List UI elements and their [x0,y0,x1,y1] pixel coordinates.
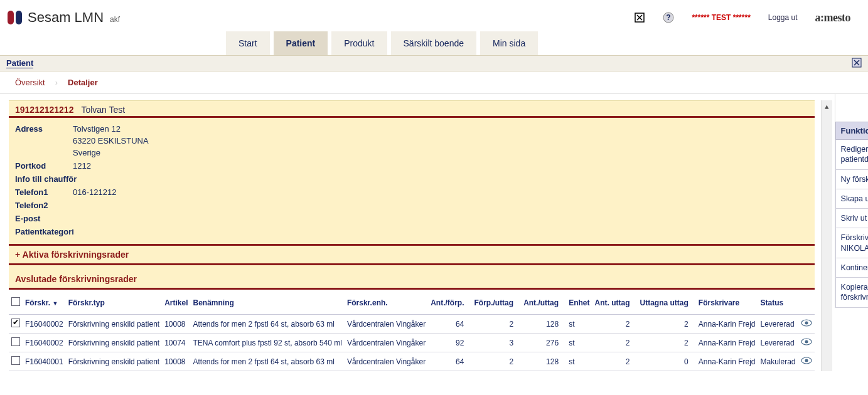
function-panel: Funktion Redigera patientdata Ny förskri… [835,94,868,308]
cell-antuttag2: 2 [592,352,637,371]
cell-forskr: F16040002 [23,315,66,334]
col-benamning[interactable]: Benämning [191,293,345,315]
patient-info-panel: Adress Tolvstigen 12 63220 ESKILSTUNA Sv… [9,118,815,246]
cell-enhet: st [566,334,592,352]
view-row-icon[interactable] [801,357,812,366]
svg-text:?: ? [667,13,671,22]
cell-enhet: st [566,315,592,334]
select-all-checkbox[interactable] [11,297,20,306]
cell-status: Levererad [758,315,798,334]
section-avslutade[interactable]: Avslutade förskrivningsrader [9,265,815,290]
cell-antforp: 64 [428,352,471,371]
fn-kopiera-rader[interactable]: Kopiera förskrivningsrader [835,278,868,308]
cell-artikel: 10008 [162,315,190,334]
cell-forskrivare: Anna-Karin Frejd [696,334,758,352]
breadcrumb-oversikt[interactable]: Översikt [15,78,45,87]
cell-uttagna: 2 [637,315,695,334]
cell-antuttag: 128 [521,352,566,371]
breadcrumb: Översikt › Detaljer [0,71,868,94]
close-context-icon[interactable] [852,58,862,70]
fn-redigera-patientdata[interactable]: Redigera patientdata [835,140,868,170]
cell-antuttag2: 2 [592,334,637,352]
cell-antuttag2: 2 [592,315,637,334]
view-row-icon[interactable] [801,320,812,329]
adress-line2: 63220 ESKILSTUNA [73,136,808,145]
tel2-label: Telefon2 [15,201,73,210]
table-row: F16040001Förskrivning enskild patient100… [9,352,815,371]
row-checkbox[interactable] [11,337,20,346]
left-pane: 191212121212 Tolvan Test Adress Tolvstig… [0,94,835,371]
tab-start[interactable]: Start [226,31,270,55]
context-bar: Patient [0,55,868,71]
cell-status: Levererad [758,334,798,352]
svg-rect-1 [16,11,22,24]
col-forskr[interactable]: Förskr. ▼ [23,293,66,315]
app-logo-icon [6,9,24,26]
top-right: ? ****** TEST ****** Logga ut a:mesto [634,11,855,24]
cell-artikel: 10008 [162,352,190,371]
svg-rect-0 [8,11,14,24]
tab-patient[interactable]: Patient [274,31,328,55]
tab-sarskilt-boende[interactable]: Särskilt boende [391,31,477,55]
cell-benamning: TENA comfort plus fpstl 92 st, absorb 54… [191,334,345,352]
row-checkbox[interactable] [11,356,20,365]
cell-typ: Förskrivning enskild patient [66,352,162,371]
col-enhet[interactable]: Enhet [566,293,592,315]
prescriptions-table: Förskr. ▼ Förskr.typ Artikel Benämning F… [9,290,815,371]
col-forputtag[interactable]: Förp./uttag [471,293,521,315]
cell-forskr: F16040001 [23,352,66,371]
content-wrap: 191212121212 Tolvan Test Adress Tolvstig… [0,94,868,371]
top-bar: Sesam LMN akf ? ****** TEST ****** Logga… [0,0,868,31]
chevron-right-icon: › [55,78,58,87]
cell-enh: Vårdcentralen Vingåker [345,352,428,371]
col-forskrenh[interactable]: Förskr.enh. [345,293,428,315]
breadcrumb-detaljer[interactable]: Detaljer [68,78,98,87]
col-antuttag[interactable]: Ant./uttag [521,293,566,315]
cell-antuttag: 276 [521,334,566,352]
col-forskrtyp[interactable]: Förskr.typ [66,293,162,315]
adress-line3: Sverige [73,148,808,157]
adress-line1: Tolvstigen 12 [73,124,121,134]
close-box-icon[interactable] [634,12,645,23]
epost-label: E-post [15,214,73,223]
cell-enhet: st [566,352,592,371]
cell-antforp: 64 [428,315,471,334]
cell-uttagna: 2 [637,334,695,352]
cell-typ: Förskrivning enskild patient [66,334,162,352]
col-artikel[interactable]: Artikel [162,293,190,315]
fn-ny-forskrivning[interactable]: Ny förskrivning [835,170,868,189]
context-title[interactable]: Patient [6,58,33,68]
test-label: ****** TEST ****** [692,13,750,22]
vertical-scrollbar[interactable]: ▴ [821,100,832,371]
fn-kontinenskort[interactable]: Kontinenskort [835,258,868,278]
portkod-label: Portkod [15,161,73,171]
cell-forputtag: 2 [471,352,521,371]
tab-produkt[interactable]: Produkt [331,31,387,55]
col-antforp[interactable]: Ant./förp. [428,293,471,315]
col-forskrivare[interactable]: Förskrivare [696,293,758,315]
tab-min-sida[interactable]: Min sida [480,31,538,55]
portkod-value: 1212 [73,161,91,171]
col-antuttag2[interactable]: Ant. uttag [592,293,637,315]
row-checkbox[interactable] [11,319,20,327]
col-status[interactable]: Status [758,293,798,315]
tel1-label: Telefon1 [15,187,73,197]
fn-forskrivarstod[interactable]: Förskrivarstöd - NIKOLA [835,228,868,258]
view-row-icon[interactable] [801,339,812,347]
kategori-label: Patientkategori [15,227,90,236]
fn-skriv-ut[interactable]: Skriv ut [835,209,868,228]
cell-enh: Vårdcentralen Vingåker [345,315,428,334]
chauffor-label: Info till chaufför [15,174,103,184]
help-icon[interactable]: ? [663,12,674,23]
fn-skapa-uttag[interactable]: Skapa uttag [835,189,868,209]
patient-id: 191212121212 [15,105,73,115]
cell-antuttag: 128 [521,315,566,334]
cell-forputtag: 3 [471,334,521,352]
logout-link[interactable]: Logga ut [768,13,798,22]
section-aktiva[interactable]: + Aktiva förskrivningsrader [9,246,815,265]
cell-status: Makulerad [758,352,798,371]
app-sub: akf [110,15,120,24]
scroll-up-icon[interactable]: ▴ [822,100,832,112]
cell-benamning: Attends for men 2 fpstl 64 st, absorb 63… [191,315,345,334]
col-uttagna[interactable]: Uttagna uttag [637,293,695,315]
